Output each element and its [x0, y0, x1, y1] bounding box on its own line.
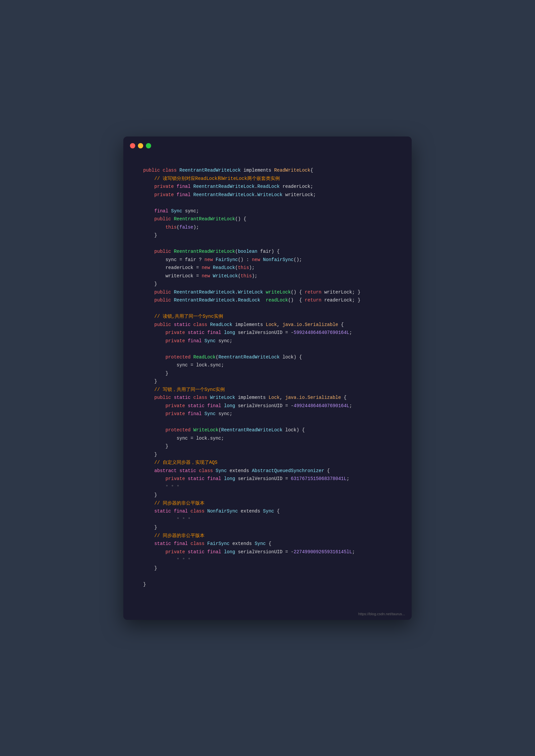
url-bar: https://blog.csdn.net/taurus... — [358, 612, 405, 616]
maximize-dot — [146, 143, 151, 148]
code-content: public class ReentrantReadWriteLock impl… — [123, 155, 412, 607]
close-dot — [130, 143, 135, 148]
code-window: public class ReentrantReadWriteLock impl… — [123, 136, 412, 620]
minimize-dot — [138, 143, 143, 148]
title-bar — [123, 143, 412, 155]
